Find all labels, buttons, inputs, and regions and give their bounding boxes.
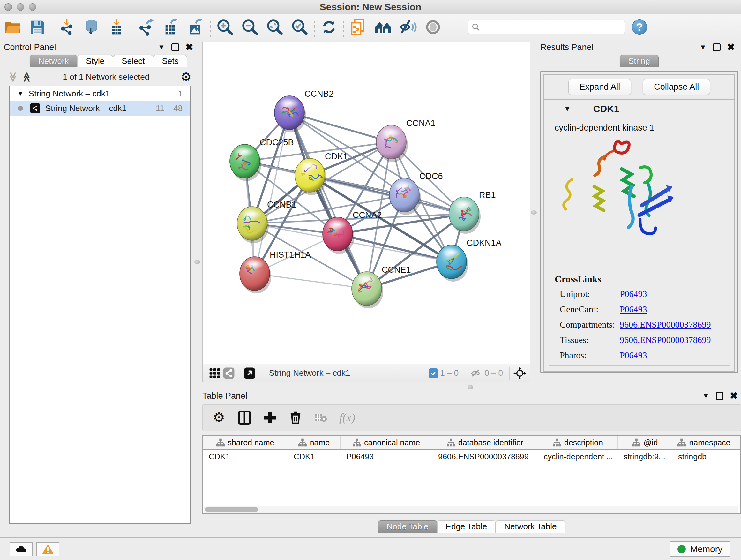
fit-content-button[interactable] xyxy=(513,366,527,380)
share-network-button[interactable] xyxy=(222,366,236,380)
network-graph[interactable]: CCNB2CCNA1CDC25BCDK1CDC6RB1CCNB1CCNA2CDK… xyxy=(203,42,530,364)
edge-HIST1H1A-CCNE1[interactable] xyxy=(255,273,367,289)
help-button[interactable]: ? xyxy=(632,19,647,35)
open-session-button[interactable] xyxy=(0,16,25,39)
column-header-shared-name[interactable]: shared name xyxy=(203,436,288,449)
table-cell[interactable]: CDK1 xyxy=(203,449,288,463)
section-expander-icon[interactable]: ▼ xyxy=(564,105,571,113)
export-network-button[interactable] xyxy=(133,16,158,39)
uniprot-link[interactable]: P06493 xyxy=(620,289,647,299)
genecard-link[interactable]: P06493 xyxy=(620,304,647,314)
panel-float-icon[interactable] xyxy=(713,43,721,51)
collapse-all-networks-icon[interactable]: ≫ xyxy=(8,72,19,82)
node-CCNA1[interactable]: CCNA1 xyxy=(376,118,435,162)
column-header--id[interactable]: @id xyxy=(618,436,672,449)
table-cell[interactable]: CDK1 xyxy=(288,449,340,463)
show-columns-button[interactable] xyxy=(237,410,252,425)
node-RB1[interactable]: RB1 xyxy=(449,190,496,234)
panel-float-icon[interactable] xyxy=(716,392,724,400)
apply-layout-button[interactable] xyxy=(317,16,341,39)
cloud-button[interactable] xyxy=(10,542,32,556)
scrollbar-thumb[interactable] xyxy=(205,507,259,512)
network-collection-row[interactable]: ▼ String Network – cdk1 1 xyxy=(10,86,190,101)
node-CDC6[interactable]: CDC6 xyxy=(389,172,443,215)
collapse-all-button[interactable]: Collapse All xyxy=(643,79,710,95)
zoom-in-button[interactable] xyxy=(212,16,238,39)
warnings-button[interactable] xyxy=(37,542,59,556)
export-table-button[interactable] xyxy=(158,16,183,39)
tab-select[interactable]: Select xyxy=(113,55,153,67)
tab-string[interactable]: String xyxy=(620,55,659,67)
panel-collapse-icon[interactable]: ▼ xyxy=(699,43,706,51)
node-HIST1H1A[interactable]: HIST1H1A xyxy=(240,250,311,294)
tab-network-table[interactable]: Network Table xyxy=(495,520,565,533)
panel-close-icon[interactable]: ✖ xyxy=(185,43,193,52)
table-cell[interactable]: stringdb:9... xyxy=(618,449,672,463)
column-header-name[interactable]: name xyxy=(288,436,340,449)
bottom-splitter-handle[interactable] xyxy=(468,385,473,389)
zoom-fit-button[interactable] xyxy=(262,16,287,39)
network-from-selection-button[interactable] xyxy=(346,16,371,39)
clear-table-button[interactable] xyxy=(314,410,328,425)
column-header-namespace[interactable]: namespace xyxy=(672,436,736,449)
export-image-button[interactable] xyxy=(183,16,208,39)
panel-close-icon[interactable]: ✖ xyxy=(727,43,735,52)
table-options-button[interactable]: ⚙ xyxy=(212,410,226,425)
column-header-description[interactable]: description xyxy=(538,436,618,449)
column-header-canonical-name[interactable]: canonical name xyxy=(340,436,432,449)
hidden-toggle[interactable] xyxy=(468,366,482,380)
import-network-button[interactable] xyxy=(54,16,79,39)
create-column-button[interactable] xyxy=(263,410,277,425)
right-splitter-handle[interactable] xyxy=(531,210,537,214)
zoom-out-button[interactable] xyxy=(238,16,262,39)
protein-section-header[interactable]: ▼ CDK1 xyxy=(544,100,734,118)
edge-HIST1H1A-CCNB2[interactable] xyxy=(255,113,289,273)
node-CDK1[interactable]: CDK1 xyxy=(295,152,348,195)
network-row[interactable]: String Network – cdk1 11 48 xyxy=(10,101,190,116)
node-label-CDC25B: CDC25B xyxy=(260,138,294,147)
tab-network[interactable]: Network xyxy=(30,55,77,67)
hide-selected-button[interactable] xyxy=(396,16,421,39)
selected-checkbox[interactable] xyxy=(428,368,438,378)
tab-sets[interactable]: Sets xyxy=(153,55,187,67)
network-canvas[interactable]: CCNB2CCNA1CDC25BCDK1CDC6RB1CCNB1CCNA2CDK… xyxy=(203,42,530,364)
memory-button[interactable]: Memory xyxy=(670,542,730,557)
table-cell[interactable]: P06493 xyxy=(340,449,432,463)
panel-close-icon[interactable]: ✖ xyxy=(730,391,738,401)
edge-CCNB2-CCNE1[interactable] xyxy=(289,113,367,289)
left-splitter-handle[interactable] xyxy=(194,260,200,264)
compartments-link[interactable]: 9606.ENSP00000378699 xyxy=(620,320,711,330)
table-cell[interactable]: cyclin-dependent ... xyxy=(538,449,618,463)
import-database-button[interactable] xyxy=(79,16,104,39)
panel-float-icon[interactable] xyxy=(172,43,179,51)
tissues-link[interactable]: 9606.ENSP00000378699 xyxy=(620,335,711,345)
node-CCNE1[interactable]: CCNE1 xyxy=(352,265,411,308)
table-row[interactable]: CDK1CDK1P064939606.ENSP00000378699cyclin… xyxy=(203,449,740,463)
column-header-database-identifier[interactable]: database identifier xyxy=(432,436,538,449)
delete-column-button[interactable] xyxy=(288,410,303,425)
open-in-window-button[interactable] xyxy=(243,366,257,380)
tab-style[interactable]: Style xyxy=(77,55,113,67)
tree-expander-icon[interactable]: ▼ xyxy=(17,90,23,98)
node-CDKN1A[interactable]: CDKN1A xyxy=(436,238,502,282)
table-horizontal-scrollbar[interactable] xyxy=(204,506,738,513)
function-builder-button[interactable]: f(x) xyxy=(339,411,355,424)
pharos-link[interactable]: P06493 xyxy=(620,350,647,361)
tab-edge-table[interactable]: Edge Table xyxy=(437,520,496,533)
node-CCNB2[interactable]: CCNB2 xyxy=(274,89,334,132)
import-table-button[interactable] xyxy=(104,16,129,39)
table-cell[interactable]: stringdb xyxy=(672,449,736,463)
show-all-button[interactable] xyxy=(421,16,446,39)
panel-collapse-icon[interactable]: ▼ xyxy=(702,392,710,400)
expand-all-button[interactable]: Expand All xyxy=(568,79,631,95)
expand-all-networks-icon[interactable]: ≫ xyxy=(21,72,32,82)
zoom-selected-button[interactable] xyxy=(287,16,312,39)
save-session-button[interactable] xyxy=(25,16,50,39)
table-cell[interactable]: 9606.ENSP00000378699 xyxy=(432,449,538,463)
network-options-gear-icon[interactable]: ⚙ xyxy=(181,71,192,83)
first-neighbors-button[interactable] xyxy=(371,16,396,39)
birdseye-grid-button[interactable] xyxy=(208,366,222,380)
panel-collapse-icon[interactable]: ▼ xyxy=(158,43,165,51)
tab-node-table[interactable]: Node Table xyxy=(378,520,437,533)
search-input[interactable] xyxy=(480,22,621,32)
